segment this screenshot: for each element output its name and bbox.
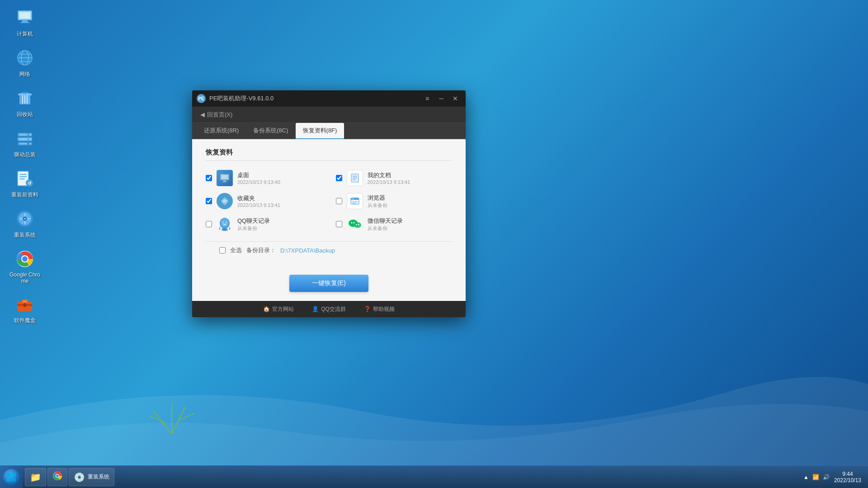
- section-title: 恢复资料: [206, 148, 452, 161]
- file-explorer-icon: 📁: [30, 472, 41, 483]
- desktop-icon-toolbox[interactable]: 软件魔盒: [7, 291, 43, 327]
- svg-rect-46: [24, 303, 26, 307]
- restore-button[interactable]: 一键恢复(E): [289, 275, 368, 292]
- footer-link-qq[interactable]: 👤 QQ交流群: [312, 305, 346, 313]
- drive-label: 驱动总装: [14, 151, 36, 159]
- svg-rect-8: [20, 22, 29, 23]
- svg-rect-32: [19, 176, 27, 177]
- taskbar-chrome[interactable]: [47, 468, 67, 486]
- desktop-item-icon: [217, 170, 233, 186]
- reinstall-sys-icon: [14, 208, 36, 230]
- network-label: 网络: [19, 70, 30, 78]
- menu-button[interactable]: ≡: [421, 94, 433, 103]
- start-orb-icon: [3, 469, 19, 485]
- help-icon: ❓: [364, 306, 371, 312]
- taskbar-reinstall[interactable]: 💿 重装系统: [69, 468, 114, 486]
- reinstall-sys-label: 重装系统: [14, 231, 36, 239]
- svg-point-75: [351, 222, 352, 224]
- checkbox-favorites[interactable]: [206, 198, 212, 204]
- desktop-icon-reinstall-sys[interactable]: 重装系统: [7, 206, 43, 241]
- svg-rect-50: [222, 182, 227, 183]
- desktop-icon-recycle[interactable]: 回收站: [7, 85, 43, 121]
- svg-point-24: [29, 134, 31, 136]
- desktop-item-date: 2022/10/13 9:13:40: [237, 179, 280, 185]
- taskbar-clock[interactable]: 9:44 2022/10/13: [834, 471, 861, 483]
- svg-point-85: [56, 474, 59, 477]
- checkbox-wechat[interactable]: [336, 221, 342, 227]
- tab-restore-system[interactable]: 还原系统(8R): [197, 123, 246, 139]
- recycle-label: 回收站: [17, 111, 33, 118]
- reinstall-data-label: 重装前资料: [11, 191, 38, 199]
- taskbar-chrome-icon: [52, 471, 62, 483]
- tray-network-icon[interactable]: 📶: [812, 474, 819, 480]
- footer-link-help[interactable]: ❓ 帮助视频: [364, 305, 395, 313]
- network-icon: [14, 47, 36, 69]
- close-button[interactable]: ✕: [449, 94, 461, 103]
- content-area: 恢复资料 桌面 2022/10/13 9:13:40: [192, 139, 466, 275]
- desktop-item-name: 桌面: [237, 171, 280, 179]
- toolbar: ◀ 回首页(X): [192, 107, 466, 123]
- svg-point-66: [221, 218, 229, 227]
- official-site-label: 官方网站: [272, 305, 294, 313]
- back-button-label: 回首页(X): [207, 111, 232, 119]
- title-bar-left: PE PE吧装机助理-V9.61.0.0: [197, 94, 274, 103]
- restore-item-wechat: 微信聊天记录 从未备份: [336, 216, 453, 232]
- svg-point-61: [352, 198, 353, 199]
- favorites-item-date: 2022/10/13 9:13:41: [237, 202, 280, 208]
- wechat-item-date: 从未备份: [368, 225, 403, 232]
- checkbox-docs[interactable]: [336, 175, 342, 181]
- backup-path-link[interactable]: D:\7XPDATA\Backup: [280, 247, 335, 254]
- svg-point-76: [353, 222, 354, 224]
- browser-item-icon: [347, 193, 363, 209]
- qq-icon: 👤: [312, 306, 319, 312]
- tab-bar: 还原系统(8R) 备份系统(8C) 恢复资料(8F): [192, 123, 466, 139]
- computer-label: 计算机: [17, 30, 33, 38]
- taskbar-date: 2022/10/13: [834, 477, 861, 483]
- restore-button-area: 一键恢复(E): [192, 275, 466, 301]
- checkbox-browser[interactable]: [336, 198, 342, 204]
- window-title: PE吧装机助理-V9.61.0.0: [209, 94, 274, 103]
- docs-item-name: 我的文档: [368, 171, 410, 179]
- desktop-icon-computer[interactable]: 计算机: [7, 5, 43, 40]
- tab-restore-data[interactable]: 恢复资料(8F): [296, 123, 344, 139]
- desktop-icon-network[interactable]: 网络: [7, 45, 43, 80]
- chrome-label: Google Chrome: [9, 272, 41, 284]
- svg-point-77: [355, 224, 357, 225]
- svg-rect-79: [7, 473, 11, 477]
- select-all-label: 全选: [230, 246, 242, 254]
- restore-item-browser: 浏览器 从未备份: [336, 193, 453, 209]
- desktop-icon-reinstall-data[interactable]: ↺ 重装前资料: [7, 165, 43, 201]
- drive-icon: [14, 127, 36, 149]
- svg-line-0: [154, 411, 172, 434]
- svg-rect-48: [221, 175, 228, 179]
- tray-arrow-icon[interactable]: ▲: [803, 474, 809, 480]
- checkbox-desktop[interactable]: [206, 175, 212, 181]
- svg-rect-80: [12, 473, 16, 477]
- checkbox-qq[interactable]: [206, 221, 212, 227]
- docs-item-icon: [347, 170, 363, 186]
- favorites-item-name: 收藏夹: [237, 194, 280, 202]
- taskbar-reinstall-icon: 💿: [74, 472, 85, 483]
- tab-backup-system[interactable]: 备份系统(8C): [246, 123, 295, 139]
- desktop-icon-drive[interactable]: 驱动总装: [7, 125, 43, 161]
- back-button[interactable]: ◀ 回首页(X): [197, 109, 236, 120]
- svg-rect-28: [19, 138, 27, 140]
- backup-dir-label: 备份目录：: [246, 246, 276, 254]
- minimize-button[interactable]: ─: [435, 94, 447, 103]
- restore-item-desktop: 桌面 2022/10/13 9:13:40: [206, 170, 322, 186]
- select-all-checkbox[interactable]: [219, 247, 226, 253]
- svg-point-69: [222, 222, 223, 223]
- chrome-icon: [14, 248, 36, 270]
- start-button[interactable]: [0, 466, 23, 488]
- desktop-icon-chrome[interactable]: Google Chrome: [7, 246, 43, 286]
- svg-rect-63: [352, 202, 358, 202]
- taskbar-tray: ▲ 📶 🔊 9:44 2022/10/13: [797, 471, 868, 483]
- wechat-item-icon: [347, 216, 363, 232]
- footer-link-official[interactable]: 🏠 官方网站: [263, 305, 294, 313]
- taskbar-file-explorer[interactable]: 📁: [25, 468, 46, 486]
- svg-rect-9: [19, 12, 30, 19]
- favorites-item-icon: [217, 193, 233, 209]
- desktop-item-text: 桌面 2022/10/13 9:13:40: [237, 171, 280, 185]
- tray-volume-icon[interactable]: 🔊: [823, 474, 830, 480]
- svg-point-62: [353, 198, 354, 199]
